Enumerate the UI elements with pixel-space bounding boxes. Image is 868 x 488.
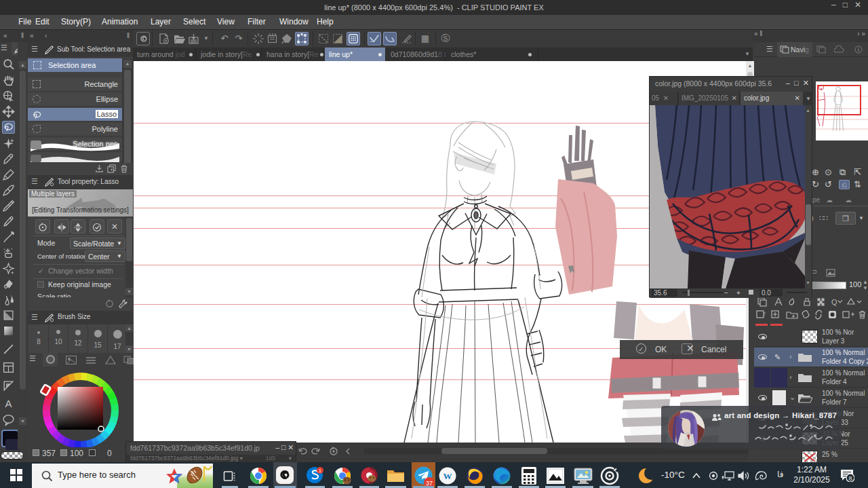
svg-text:8: 8 xyxy=(848,475,852,482)
svg-text:W: W xyxy=(443,471,452,481)
svg-text:Q: Q xyxy=(831,298,837,306)
svg-text:1: 1 xyxy=(319,468,321,473)
svg-text:37: 37 xyxy=(426,480,433,487)
